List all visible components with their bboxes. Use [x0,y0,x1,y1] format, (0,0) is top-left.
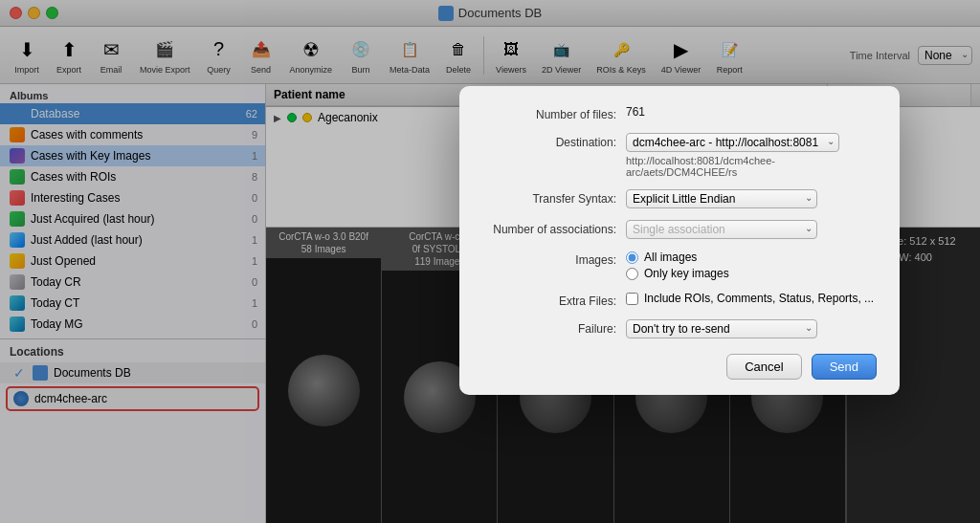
sidebar-item-database[interactable]: Database 62 [0,103,265,124]
interesting-icon [10,190,25,206]
images-label: Images: [482,251,616,267]
extra-files-checkbox[interactable] [626,293,638,305]
4d-viewer-button[interactable]: ▶ 4D Viewer [656,33,706,78]
status-green-icon [287,113,297,122]
2d-viewer-icon: 📺 [548,36,575,63]
4d-viewer-icon: ▶ [668,36,695,63]
toolbar-right: Time Interval None [850,46,972,65]
documents-db-icon [33,365,48,381]
associations-select[interactable]: Single association [626,220,817,239]
delete-button[interactable]: 🗑 Delete [439,33,478,78]
sidebar-item-just-added[interactable]: Just Added (last hour) 1 [0,229,265,251]
cancel-button[interactable]: Cancel [726,354,801,380]
mg-icon [10,316,25,332]
folder-icon [438,6,454,21]
metadata-icon: 📋 [396,36,423,63]
ct-icon [10,295,25,311]
query-button[interactable]: ? Query [200,33,238,78]
key-images-option[interactable]: Only key images [626,267,729,280]
key-images-icon [10,148,25,163]
sidebar-item-today-ct[interactable]: Today CT 1 [0,293,265,314]
extra-files-row: Extra Files: Include ROIs, Comments, Sta… [482,292,877,308]
transfer-syntax-select[interactable]: Explicit Little Endian [626,189,817,208]
thumbnail-0[interactable]: CorCTA w-o 3.0 B20f 58 Images [266,228,382,523]
close-button[interactable] [10,7,22,19]
destination-label: Destination: [482,133,616,149]
cr-icon [10,274,25,290]
all-images-option[interactable]: All images [626,251,729,264]
rois-icon [10,169,25,185]
sidebar-item-cases-key-images[interactable]: Cases with Key Images 1 [0,145,265,166]
destination-url: http://localhost:8081/dcm4chee-arc/aets/… [626,155,877,178]
thumb-label-0: CorCTA w-o 3.0 B20f 58 Images [266,228,381,258]
import-icon: ⬇ [13,36,40,63]
delete-icon: 🗑 [445,36,472,63]
query-icon: ? [206,36,233,63]
toolbar: ⬇ Import ⬆ Export ✉ Email 🎬 Movie Export… [0,27,980,84]
viewers-icon: 🖼 [498,36,524,63]
2d-viewer-button[interactable]: 📺 2D Viewer [536,33,587,78]
time-interval-select[interactable]: None [918,46,972,65]
sidebar-item-interesting[interactable]: Interesting Cases 0 [0,187,265,208]
sidebar-item-today-cr[interactable]: Today CR 0 [0,272,265,293]
anonymize-button[interactable]: ☢ Anonymize [284,33,339,78]
status-yellow-icon [302,113,312,122]
sidebar-item-just-acquired[interactable]: Just Acquired (last hour) 0 [0,208,265,229]
rois-keys-button[interactable]: 🔑 ROIs & Keys [590,33,652,78]
sidebar-item-today-mg[interactable]: Today MG 0 [0,314,265,335]
images-radio-group: All images Only key images [626,251,729,280]
metadata-button[interactable]: 📋 Meta-Data [384,33,435,78]
scrollbar-area[interactable] [970,84,980,106]
database-icon [10,106,25,121]
images-row: Images: All images Only key images [482,251,877,280]
sidebar-item-just-opened[interactable]: Just Opened 1 [0,251,265,272]
added-icon [10,232,25,248]
time-interval-select-wrapper: None [918,46,972,65]
files-label: Number of files: [482,105,616,121]
rois-keys-icon: 🔑 [608,36,635,63]
email-button[interactable]: ✉ Email [92,33,130,78]
failure-select[interactable]: Don't try to re-send [626,319,817,338]
email-icon: ✉ [98,36,124,63]
transfer-syntax-row: Transfer Syntax: Explicit Little Endian [482,189,877,208]
export-button[interactable]: ⬆ Export [50,33,88,78]
ct-scan-image [288,355,360,426]
acquired-icon [10,211,25,227]
report-icon: 📝 [716,36,743,63]
extra-files-checkbox-label[interactable]: Include ROIs, Comments, Status, Reports,… [626,292,874,305]
send-modal: Number of files: 761 Destination: dcm4ch… [459,86,900,395]
minimize-button[interactable] [28,7,40,19]
send-button[interactable]: Send [812,354,877,380]
import-button[interactable]: ⬇ Import [8,33,46,78]
maximize-button[interactable] [46,7,58,19]
expand-arrow-icon: ▶ [274,113,281,123]
send-button-toolbar[interactable]: 📤 Send [242,33,280,78]
globe-icon [13,391,29,406]
location-item-documents-db[interactable]: ✓ Documents DB [0,362,265,383]
destination-row: Destination: dcm4chee-arc - http://local… [482,133,877,178]
transfer-syntax-label: Transfer Syntax: [482,189,616,206]
key-images-radio[interactable] [626,268,638,280]
location-item-dcm4chee[interactable]: dcm4chee-arc [6,386,259,411]
all-images-radio[interactable] [626,251,638,264]
files-row: Number of files: 761 [482,105,877,121]
window-controls [10,7,58,19]
viewers-button[interactable]: 🖼 Viewers [490,33,532,78]
report-button[interactable]: 📝 Report [710,33,748,78]
anonymize-icon: ☢ [298,36,324,63]
sidebar: Albums Database 62 Cases with comments 9… [0,84,266,523]
failure-row: Failure: Don't try to re-send [482,319,877,338]
send-icon: 📤 [248,36,275,63]
files-value: 761 [626,105,645,119]
movie-icon: 🎬 [151,36,178,63]
export-icon: ⬆ [56,36,82,63]
destination-select[interactable]: dcm4chee-arc - http://localhost:8081 [626,133,839,152]
opened-icon [10,253,25,269]
separator [483,36,484,75]
sidebar-item-cases-comments[interactable]: Cases with comments 9 [0,124,265,145]
window-title: Documents DB [438,6,542,21]
movie-export-button[interactable]: 🎬 Movie Export [134,33,196,78]
sidebar-item-cases-rois[interactable]: Cases with ROIs 8 [0,166,265,187]
burn-button[interactable]: 💿 Burn [342,33,380,78]
checkmark-icon: ✓ [13,365,25,381]
